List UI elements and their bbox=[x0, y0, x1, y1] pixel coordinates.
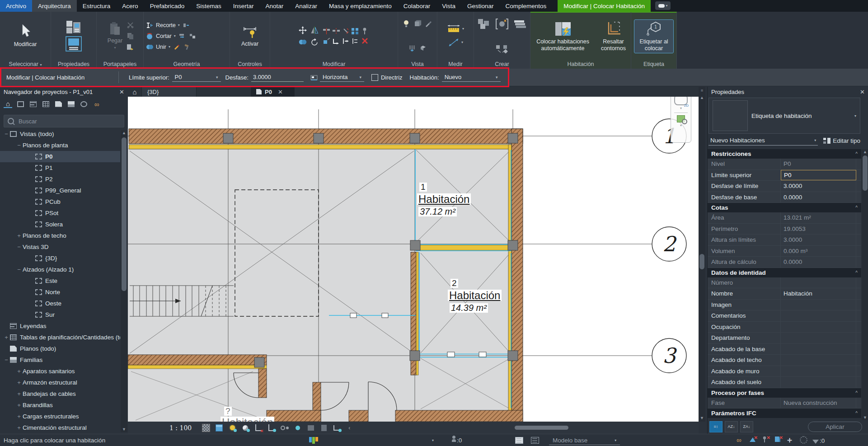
drag-on-selection-icon[interactable]: ✛ bbox=[787, 437, 794, 444]
design-options-icon[interactable] bbox=[515, 434, 526, 446]
array-icon[interactable] bbox=[351, 27, 359, 35]
tree-expander-icon[interactable]: − bbox=[15, 266, 23, 273]
menu-tab-arquitectura[interactable]: Arquitectura bbox=[32, 0, 77, 12]
tree-item-p0[interactable]: P0 bbox=[0, 151, 120, 162]
menu-tab-insertar[interactable]: Insertar bbox=[227, 0, 260, 12]
worksharing-icon[interactable] bbox=[309, 434, 318, 446]
tree-item-bandejas-de-cables[interactable]: +Bandejas de cables bbox=[0, 388, 120, 399]
activate-dimensions-button[interactable]: Activar bbox=[239, 23, 260, 48]
menu-tab-anotar[interactable]: Anotar bbox=[259, 0, 289, 12]
apply-button[interactable]: Aplicar bbox=[808, 422, 862, 432]
tree-expander-icon[interactable]: − bbox=[3, 131, 10, 137]
paintbrush-icon[interactable] bbox=[425, 20, 433, 28]
match-type-icon[interactable] bbox=[126, 43, 134, 51]
tree-expander-icon[interactable]: + bbox=[15, 379, 23, 386]
close-icon[interactable]: ✕ bbox=[860, 89, 865, 95]
measure-display-icon[interactable] bbox=[333, 423, 342, 432]
tree-item-familias[interactable]: −Familias bbox=[0, 354, 120, 366]
tree-item-cimentaci-n-estructural[interactable]: +Cimentación estructural bbox=[0, 422, 120, 433]
properties-scrollbar[interactable]: ▲ ▼ bbox=[862, 149, 868, 420]
section-header-restricciones[interactable]: Restricciones^ bbox=[708, 149, 861, 159]
room-2-number[interactable]: 2 bbox=[450, 279, 458, 288]
links-icon[interactable]: ∞ bbox=[92, 100, 101, 108]
lightbulb-icon[interactable] bbox=[402, 20, 410, 28]
select-links-icon[interactable]: ∞ bbox=[737, 437, 744, 444]
offset-input[interactable] bbox=[251, 73, 304, 82]
reveal-constraints-icon[interactable] bbox=[306, 423, 315, 432]
shadows-icon[interactable] bbox=[241, 423, 250, 432]
group-label-crear[interactable]: Crear bbox=[474, 60, 530, 69]
move-icon[interactable] bbox=[299, 26, 307, 34]
menu-tab-acero[interactable]: Acero bbox=[116, 0, 144, 12]
sun-path-icon[interactable] bbox=[228, 423, 237, 432]
close-tab-icon[interactable]: ✕ bbox=[278, 89, 283, 95]
property-value[interactable] bbox=[781, 333, 856, 343]
tree-item-pcub[interactable]: PCub bbox=[0, 196, 120, 207]
worksets-chevron-icon[interactable]: ▾ bbox=[432, 434, 434, 446]
tree-item-aparatos-sanitarios[interactable]: +Aparatos sanitarios bbox=[0, 366, 120, 377]
menu-tab-prefabricado[interactable]: Prefabricado bbox=[144, 0, 191, 12]
tree-item-psot[interactable]: PSot bbox=[0, 207, 120, 219]
select-by-face-icon[interactable]: ✕ bbox=[774, 437, 782, 444]
tree-item-planos-de-techo[interactable]: +Planos de techo bbox=[0, 230, 120, 241]
tree-item-vistas-3d[interactable]: −Vistas 3D bbox=[0, 241, 120, 253]
cut-profile-icon[interactable] bbox=[182, 21, 190, 29]
property-value[interactable] bbox=[781, 377, 856, 388]
menu-tab-estructura[interactable]: Estructura bbox=[77, 0, 117, 12]
collapse-left-icon[interactable]: ‹ bbox=[348, 425, 350, 431]
insulation-icon[interactable] bbox=[513, 19, 527, 29]
select-underlay-icon[interactable]: ✕ bbox=[749, 437, 756, 444]
menu-tab-modificar-colocar-habitaci-n[interactable]: Modificar | Colocar Habitación bbox=[558, 0, 651, 12]
property-value[interactable]: 0.0000 bbox=[781, 192, 856, 203]
menu-tab-colaborar[interactable]: Colaborar bbox=[398, 0, 436, 12]
tree-item-alzados-alzado-1-[interactable]: −Alzados (Alzado 1) bbox=[0, 264, 120, 275]
measure-between-button[interactable]: ▾ bbox=[448, 38, 463, 47]
sort-default-icon[interactable]: ≡↕ bbox=[709, 421, 723, 432]
paste-button[interactable]: Pegar ▾ bbox=[106, 21, 124, 52]
section-header-datos-de-identidad[interactable]: Datos de identidad^ bbox=[708, 268, 861, 277]
reveal-hidden-icon[interactable] bbox=[280, 423, 289, 432]
menu-tab-analizar[interactable]: Analizar bbox=[289, 0, 323, 12]
tree-expander-icon[interactable]: + bbox=[15, 390, 23, 397]
sheets-icon[interactable] bbox=[54, 100, 63, 108]
edit-type-button[interactable]: Editar tipo bbox=[833, 137, 860, 144]
tree-expander-icon[interactable]: + bbox=[15, 424, 23, 431]
tree-item-planos-de-planta[interactable]: −Planos de planta bbox=[0, 140, 120, 151]
section-header-proceso-por-fases[interactable]: Proceso por fases^ bbox=[708, 388, 861, 398]
collapse-icon[interactable]: ^ bbox=[855, 151, 858, 156]
tag-on-placement-button[interactable]: 1 Etiquetar al colocar bbox=[634, 20, 673, 53]
property-value[interactable]: 3.0000 bbox=[781, 181, 856, 192]
apply-coping-icon[interactable] bbox=[178, 32, 186, 40]
visual-style-icon[interactable] bbox=[215, 423, 224, 432]
tree-item-barandillas[interactable]: +Barandillas bbox=[0, 399, 120, 411]
tree-item-vistas-todo-[interactable]: −Vistas (todo) bbox=[0, 128, 120, 140]
property-value[interactable] bbox=[781, 300, 856, 310]
pin-icon[interactable] bbox=[361, 27, 369, 35]
filter-icon[interactable]: :0 bbox=[812, 437, 826, 444]
instance-selector[interactable]: Nuevo Habitaciones▾ bbox=[708, 136, 818, 146]
families-icon[interactable] bbox=[67, 100, 75, 108]
temporary-hide-icon[interactable] bbox=[293, 423, 302, 432]
group-label-controles[interactable]: Controles bbox=[230, 60, 270, 69]
search-input[interactable] bbox=[18, 117, 110, 125]
detail-level-icon[interactable] bbox=[202, 423, 211, 432]
tree-expander-icon[interactable]: − bbox=[15, 244, 23, 250]
create-similar-icon[interactable] bbox=[495, 44, 509, 54]
section-header-par-metros-ifc[interactable]: Parámetros IFC^ bbox=[708, 408, 861, 418]
tree-item-p1[interactable]: P1 bbox=[0, 162, 120, 174]
views-icon[interactable] bbox=[16, 100, 25, 108]
chevron-down-icon[interactable]: ▾ bbox=[680, 106, 682, 110]
analytical-model-icon[interactable] bbox=[319, 423, 328, 432]
drawing-area[interactable]: ⌂ {3D} P0 ✕ bbox=[128, 87, 699, 434]
properties-palette-icon[interactable] bbox=[66, 20, 81, 34]
menu-tab-gestionar[interactable]: Gestionar bbox=[461, 0, 500, 12]
ribbon-display-toggle[interactable]: ▾ bbox=[655, 1, 671, 10]
tree-item-oeste[interactable]: Oeste bbox=[0, 298, 120, 309]
cut-geometry-button[interactable]: Cortar▾ bbox=[145, 31, 197, 42]
group-label-etiqueta[interactable]: Etiqueta bbox=[631, 60, 676, 69]
sort-za-icon[interactable]: ZA↓ bbox=[740, 421, 753, 432]
browser-scrollbar[interactable]: ▲ ▼ bbox=[121, 130, 127, 432]
collapse-icon[interactable]: ^ bbox=[855, 270, 858, 275]
horizontal-scrollbar[interactable] bbox=[515, 426, 568, 430]
property-value[interactable] bbox=[781, 355, 856, 366]
